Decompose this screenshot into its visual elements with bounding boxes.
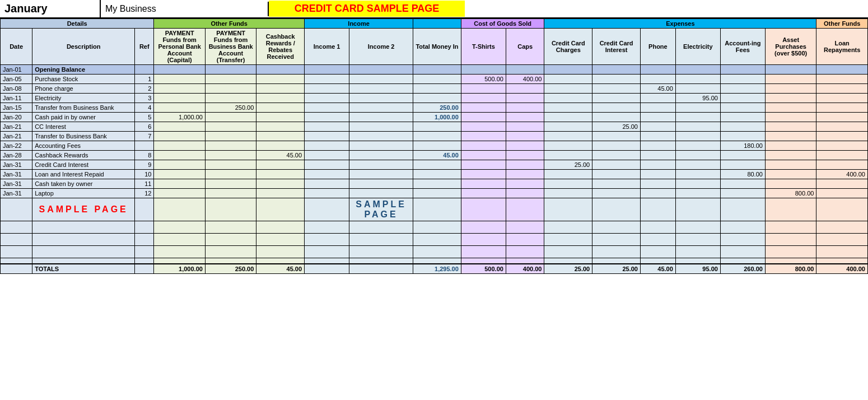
table-cell: TOTALS [32,264,135,274]
credit-card-title: CREDIT CARD SAMPLE PAGE [269,1,465,17]
table-cell [640,221,675,234]
table-cell: Cash paid in by owner [32,113,135,122]
table-cell [413,65,461,75]
table-cell [765,122,816,132]
table-cell [256,132,305,141]
table-cell: Credit Card Interest [32,160,135,170]
table-cell [640,132,675,141]
col-acct-fees: Account-ing Fees [720,29,765,65]
table-cell [205,113,256,122]
table-cell [135,141,154,151]
table-cell [413,170,461,179]
table-cell [675,84,720,94]
table-cell [640,103,675,113]
table-cell [640,122,675,132]
col-cc-charges: Credit Card Charges [544,29,592,65]
table-cell [765,246,816,258]
table-row: Jan-31Loan and Interest Repaid1080.00400… [1,170,868,179]
table-cell [544,65,592,75]
table-cell: 180.00 [720,141,765,151]
table-cell [205,94,256,103]
col-income1: Income 1 [305,29,349,65]
col-phone: Phone [640,29,675,65]
table-cell [349,246,413,258]
table-cell [413,160,461,170]
table-row: Jan-21CC Interest625.00 [1,122,868,132]
table-cell: 1,000.00 [154,113,205,122]
table-cell [305,103,349,113]
table-cell [544,179,592,189]
table-cell [816,132,868,141]
section-expenses: Expenses [544,19,816,29]
table-cell: 400.00 [816,264,868,274]
table-cell [640,258,675,264]
table-cell [256,103,305,113]
table-cell [349,179,413,189]
table-row: Jan-22Accounting Fees180.00 [1,141,868,151]
table-cell: Purchase Stock [32,75,135,84]
table-cell [154,179,205,189]
table-cell [592,221,641,234]
table-cell [765,94,816,103]
table-cell [640,94,675,103]
table-cell [461,84,506,94]
table-cell [1,258,32,264]
table-cell [305,170,349,179]
table-cell: Jan-31 [1,160,32,170]
col-payment-personal: PAYMENT Funds from Personal Bank Account… [154,29,205,65]
table-cell: 800.00 [765,189,816,198]
table-cell [675,160,720,170]
table-cell [461,160,506,170]
table-cell [205,221,256,234]
table-cell [816,141,868,151]
table-cell [305,113,349,122]
table-cell [135,264,154,274]
table-cell [675,170,720,179]
table-cell [461,141,506,151]
table-cell [592,151,641,160]
table-cell [154,103,205,113]
table-cell [720,65,765,75]
table-cell [205,84,256,94]
table-row: SAMPLE PAGESAMPLE PAGE [1,198,868,221]
table-cell [592,141,641,151]
table-cell [675,189,720,198]
table-cell [506,234,544,246]
table-cell: 400.00 [506,264,544,274]
table-cell [720,179,765,189]
table-cell: Jan-31 [1,189,32,198]
table-cell [256,160,305,170]
table-cell [592,84,641,94]
table-cell [413,75,461,84]
table-cell: 10 [135,170,154,179]
table-cell [544,170,592,179]
table-cell [256,179,305,189]
table-cell [154,84,205,94]
table-cell: Opening Balance [32,65,135,75]
table-cell: Jan-31 [1,179,32,189]
table-cell [544,103,592,113]
table-cell [135,258,154,264]
table-cell [413,132,461,141]
table-cell [544,132,592,141]
table-cell: 500.00 [461,264,506,274]
table-cell: Jan-21 [1,122,32,132]
table-cell [256,65,305,75]
table-cell [765,170,816,179]
table-cell [765,258,816,264]
table-cell [32,258,135,264]
table-cell [305,246,349,258]
table-cell [592,65,641,75]
table-cell [135,221,154,234]
table-cell [675,65,720,75]
table-cell [675,75,720,84]
table-cell: 45.00 [256,264,305,274]
col-income2: Income 2 [349,29,413,65]
table-cell [305,65,349,75]
table-cell [640,75,675,84]
table-cell [765,65,816,75]
table-cell [816,65,868,75]
table-row: Jan-28Cashback Rewards845.0045.00 [1,151,868,160]
table-cell [506,94,544,103]
table-cell: Jan-28 [1,151,32,160]
